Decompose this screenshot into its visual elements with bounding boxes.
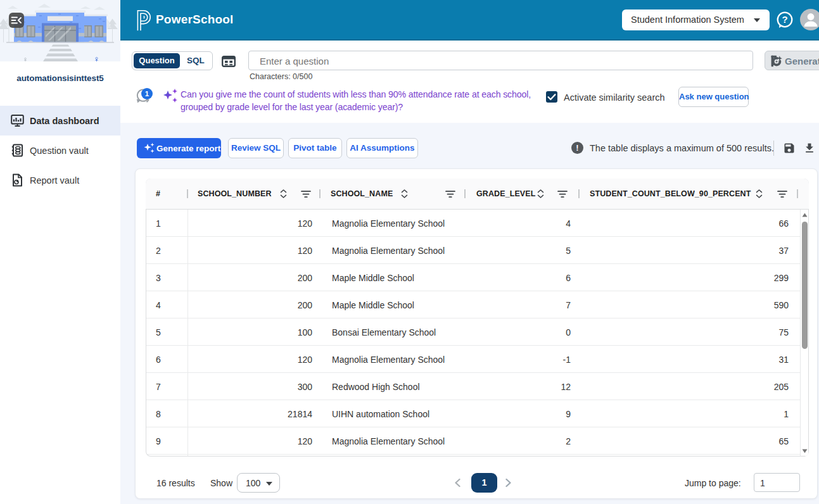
svg-text:?: ? xyxy=(782,14,787,25)
